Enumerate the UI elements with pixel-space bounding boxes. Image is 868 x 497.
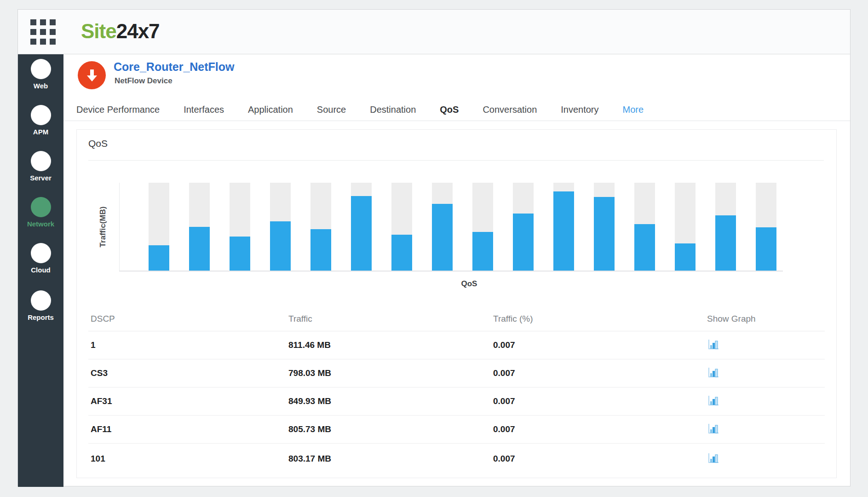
chart-bar-group (310, 183, 331, 271)
sidebar-item-label: Network (18, 220, 63, 228)
cell-traffic-pct: 0.007 (493, 454, 707, 464)
sidebar-item-label: APM (18, 128, 63, 136)
table-row: 1811.46 MB0.007 (88, 331, 825, 359)
bar-value[interactable] (472, 232, 493, 271)
netflow-device-icon (78, 61, 106, 89)
bar-value[interactable] (513, 214, 534, 271)
table-header-row: DSCP Traffic Traffic (%) Show Graph (88, 307, 825, 331)
bar-value[interactable] (715, 215, 736, 271)
bar-value[interactable] (594, 197, 615, 271)
tab-application[interactable]: Application (248, 104, 293, 115)
tab-device-performance[interactable]: Device Performance (76, 104, 160, 115)
reports-module-icon (31, 290, 51, 311)
bar-value[interactable] (432, 204, 453, 271)
dscp-table: DSCP Traffic Traffic (%) Show Graph 1811… (88, 307, 825, 474)
table-body: 1811.46 MB0.007CS3798.03 MB0.007AF31849.… (88, 331, 825, 474)
column-header-show-graph: Show Graph (707, 314, 822, 324)
cell-dscp: AF11 (88, 424, 288, 434)
tab-more[interactable]: More (623, 104, 644, 115)
table-row: AF11805.73 MB0.007 (88, 416, 825, 444)
logo-text-dark: 24x7 (116, 20, 160, 42)
sidebar-item-apm[interactable]: APM (18, 105, 63, 136)
table-row: CS3798.03 MB0.007 (88, 359, 825, 387)
show-graph-icon[interactable] (707, 423, 719, 434)
sidebar-item-label: Web (18, 82, 63, 90)
tab-conversation[interactable]: Conversation (483, 104, 537, 115)
bar-value[interactable] (310, 229, 331, 271)
cell-dscp: 101 (88, 454, 288, 464)
show-graph-button[interactable] (707, 339, 719, 350)
cell-traffic-pct: 0.007 (493, 368, 707, 378)
tab-source[interactable]: Source (317, 104, 346, 115)
sidebar-item-cloud[interactable]: Cloud (18, 243, 63, 274)
tab-qos[interactable]: QoS (440, 104, 459, 115)
show-graph-icon[interactable] (707, 395, 719, 406)
sidebar-item-server[interactable]: Server (18, 151, 63, 182)
show-graph-icon[interactable] (707, 339, 719, 350)
qos-bar-chart: Traffic(MB) QoS (119, 183, 783, 272)
chart-bar-group (472, 183, 493, 271)
chart-bar-group (513, 183, 534, 271)
sidebar-item-network[interactable]: Network (18, 197, 63, 228)
sidebar-item-web[interactable]: Web (18, 59, 63, 90)
bar-value[interactable] (230, 237, 250, 271)
sidebar-item-label: Server (18, 174, 63, 182)
show-graph-icon[interactable] (707, 452, 719, 464)
cell-show-graph (707, 395, 822, 408)
chart-bar-group (189, 183, 210, 271)
app-grid-menu-icon[interactable] (30, 19, 56, 45)
site24x7-logo[interactable]: Site24x7 (81, 20, 160, 43)
show-graph-icon[interactable] (707, 367, 719, 378)
cell-traffic-pct: 0.007 (493, 340, 707, 350)
chart-bar-group (756, 183, 776, 271)
cell-traffic: 849.93 MB (288, 396, 493, 406)
tab-bar: Device PerformanceInterfacesApplicationS… (63, 99, 850, 121)
bar-value[interactable] (351, 196, 372, 271)
table-row: AF31849.93 MB0.007 (88, 387, 825, 416)
chart-x-axis-label: QoS (442, 279, 497, 289)
cell-traffic: 811.46 MB (288, 340, 493, 350)
cell-show-graph (707, 452, 822, 466)
cell-dscp: AF31 (88, 396, 288, 406)
bar-value[interactable] (553, 191, 574, 271)
cell-traffic-pct: 0.007 (493, 396, 707, 406)
device-subtitle: NetFlow Device (115, 76, 172, 86)
sidebar-item-reports[interactable]: Reports (18, 290, 63, 321)
qos-panel: QoS Traffic(MB) QoS DSCP Traffic Traffic… (76, 129, 837, 478)
tab-destination[interactable]: Destination (370, 104, 416, 115)
down-arrow-icon (86, 69, 98, 82)
logo-text-green: Site (81, 20, 116, 42)
bar-value[interactable] (270, 221, 291, 271)
show-graph-button[interactable] (707, 423, 719, 434)
chart-bar-group (432, 183, 453, 271)
page: Site24x7 WebAPMServerNetworkCloudReports… (0, 0, 868, 497)
chart-bar-group (391, 183, 412, 271)
bar-value[interactable] (675, 243, 696, 271)
bar-value[interactable] (756, 227, 776, 271)
tab-interfaces[interactable]: Interfaces (184, 104, 224, 115)
show-graph-button[interactable] (707, 395, 719, 406)
show-graph-button[interactable] (707, 452, 719, 464)
cell-dscp: CS3 (88, 368, 288, 378)
show-graph-button[interactable] (707, 367, 719, 378)
cell-traffic: 798.03 MB (288, 368, 493, 378)
chart-bar-group (553, 183, 574, 271)
apm-module-icon (31, 105, 51, 125)
chart-bar-group (715, 183, 736, 271)
bar-value[interactable] (189, 227, 210, 271)
column-header-traffic: Traffic (288, 314, 493, 324)
sidebar-item-label: Reports (18, 313, 63, 321)
panel-title-divider (88, 160, 824, 161)
chart-y-axis-label: Traffic(MB) (98, 207, 108, 248)
chart-bar-group (675, 183, 696, 271)
chart-bar-group (351, 183, 372, 271)
bar-value[interactable] (149, 245, 169, 271)
cell-show-graph (707, 339, 822, 352)
bar-value[interactable] (634, 224, 655, 271)
tab-inventory[interactable]: Inventory (561, 104, 598, 115)
network-module-icon (31, 197, 51, 217)
device-title[interactable]: Core_Router_NetFlow (114, 60, 235, 74)
bar-value[interactable] (391, 235, 412, 271)
cell-dscp: 1 (88, 340, 288, 350)
chart-bar-group (149, 183, 169, 271)
